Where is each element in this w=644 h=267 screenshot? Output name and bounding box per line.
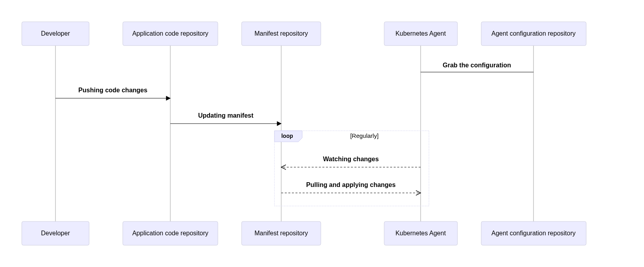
actor-app-repo-top-label: Application code repository (132, 30, 208, 37)
actor-manifest-repo-top-label: Manifest repository (254, 30, 308, 37)
loop-condition-label: [Regularly] (350, 132, 379, 139)
actor-k8s-agent-top-label: Kubernetes Agent (395, 30, 446, 37)
msg-pulling-label: Pulling and applying changes (306, 181, 396, 188)
actor-developer-bottom-label: Developer (41, 230, 70, 236)
msg-updating-manifest-label: Updating manifest (198, 112, 253, 119)
actor-manifest-repo-bottom-label: Manifest repository (254, 230, 308, 236)
actor-k8s-agent-bottom-label: Kubernetes Agent (395, 230, 446, 236)
actor-developer-top-label: Developer (41, 30, 70, 37)
msg-pushing-code-label: Pushing code changes (78, 87, 147, 93)
loop-tab-label: loop (281, 133, 293, 139)
actor-agent-config-repo-bottom-label: Agent configuration repository (492, 230, 576, 236)
sequence-diagram: Developer Application code repository Ma… (0, 0, 644, 267)
actor-agent-config-repo-top-label: Agent configuration repository (492, 30, 576, 37)
msg-watching-label: Watching changes (323, 156, 379, 162)
actor-app-repo-bottom-label: Application code repository (132, 230, 208, 236)
msg-grab-config-label: Grab the configuration (443, 62, 511, 69)
